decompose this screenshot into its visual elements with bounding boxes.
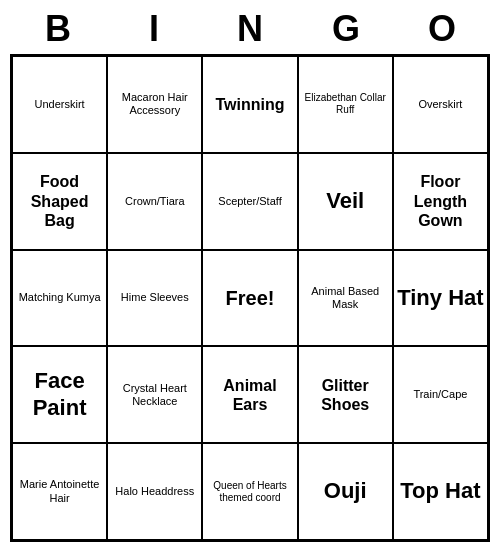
bingo-cell-7: Scepter/Staff: [202, 153, 297, 250]
bingo-cell-6: Crown/Tiara: [107, 153, 202, 250]
bingo-cell-9: Floor Length Gown: [393, 153, 488, 250]
bingo-letter: N: [210, 8, 290, 50]
bingo-grid: UnderskirtMacaron Hair AccessoryTwinning…: [10, 54, 490, 542]
bingo-cell-2: Twinning: [202, 56, 297, 153]
bingo-letter: G: [306, 8, 386, 50]
bingo-cell-10: Matching Kumya: [12, 250, 107, 347]
bingo-cell-11: Hime Sleeves: [107, 250, 202, 347]
bingo-cell-14: Tiny Hat: [393, 250, 488, 347]
bingo-cell-22: Queen of Hearts themed coord: [202, 443, 297, 540]
bingo-cell-4: Overskirt: [393, 56, 488, 153]
bingo-cell-0: Underskirt: [12, 56, 107, 153]
bingo-cell-3: Elizabethan Collar Ruff: [298, 56, 393, 153]
bingo-letter: O: [402, 8, 482, 50]
bingo-cell-12: Free!: [202, 250, 297, 347]
bingo-cell-17: Animal Ears: [202, 346, 297, 443]
bingo-cell-8: Veil: [298, 153, 393, 250]
bingo-cell-1: Macaron Hair Accessory: [107, 56, 202, 153]
bingo-letter: B: [18, 8, 98, 50]
bingo-cell-23: Ouji: [298, 443, 393, 540]
bingo-cell-20: Marie Antoinette Hair: [12, 443, 107, 540]
bingo-cell-19: Train/Cape: [393, 346, 488, 443]
bingo-cell-16: Crystal Heart Necklace: [107, 346, 202, 443]
bingo-cell-13: Animal Based Mask: [298, 250, 393, 347]
bingo-title: BINGO: [10, 0, 490, 54]
bingo-letter: I: [114, 8, 194, 50]
bingo-cell-18: Glitter Shoes: [298, 346, 393, 443]
bingo-cell-24: Top Hat: [393, 443, 488, 540]
bingo-cell-15: Face Paint: [12, 346, 107, 443]
bingo-cell-5: Food Shaped Bag: [12, 153, 107, 250]
bingo-cell-21: Halo Headdress: [107, 443, 202, 540]
